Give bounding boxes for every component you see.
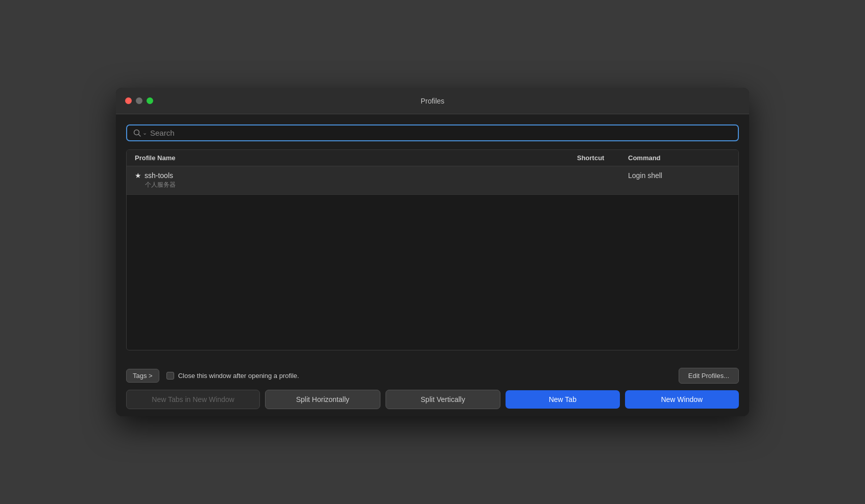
tags-button[interactable]: Tags > — [126, 369, 159, 383]
split-horizontally-button[interactable]: Split Horizontally — [265, 390, 380, 409]
table-body: ★ ssh-tools 个人服务器 Login shell — [127, 166, 738, 350]
profiles-table: Profile Name Shortcut Command ★ ssh-tool… — [126, 149, 739, 350]
titlebar: Profiles — [116, 88, 749, 114]
svg-line-1 — [139, 134, 141, 136]
header-profile-name: Profile Name — [135, 154, 577, 162]
table-row[interactable]: ★ ssh-tools 个人服务器 Login shell — [127, 166, 738, 195]
footer: Tags > Close this window after opening a… — [116, 361, 749, 416]
profiles-window: Profiles ⌄ Profile Name Shortcut C — [116, 88, 749, 416]
new-tab-button[interactable]: New Tab — [506, 390, 619, 409]
new-tabs-new-window-button: New Tabs in New Window — [126, 390, 260, 409]
close-checkbox-text: Close this window after opening a profil… — [178, 372, 299, 380]
table-header: Profile Name Shortcut Command — [127, 150, 738, 166]
traffic-lights — [125, 97, 153, 104]
header-shortcut: Shortcut — [577, 154, 628, 162]
search-icon: ⌄ — [133, 129, 147, 137]
footer-bottom: New Tabs in New Window Split Horizontall… — [126, 390, 739, 409]
search-container: ⌄ — [126, 124, 739, 141]
search-input[interactable] — [150, 129, 732, 137]
split-vertically-button[interactable]: Split Vertically — [386, 390, 500, 409]
search-input-wrapper: ⌄ — [126, 124, 739, 141]
maximize-button[interactable] — [147, 97, 153, 104]
profile-name-cell: ★ ssh-tools 个人服务器 — [135, 171, 577, 189]
empty-table-area — [127, 195, 738, 348]
command-cell: Login shell — [628, 171, 730, 189]
footer-left: Tags > Close this window after opening a… — [126, 369, 299, 383]
shortcut-cell — [577, 171, 628, 189]
profile-subtitle: 个人服务器 — [135, 181, 577, 189]
window-title: Profiles — [421, 97, 445, 105]
star-icon: ★ — [135, 171, 141, 180]
footer-top: Tags > Close this window after opening a… — [126, 368, 739, 384]
profile-name: ssh-tools — [145, 171, 173, 180]
close-checkbox[interactable] — [166, 372, 174, 380]
close-checkbox-label: Close this window after opening a profil… — [166, 372, 299, 380]
profile-name-main: ★ ssh-tools — [135, 171, 577, 180]
edit-profiles-button[interactable]: Edit Profiles... — [679, 368, 739, 384]
header-command: Command — [628, 154, 730, 162]
main-content: ⌄ Profile Name Shortcut Command ★ ssh-to… — [116, 114, 749, 361]
minimize-button[interactable] — [136, 97, 142, 104]
close-button[interactable] — [125, 97, 132, 104]
new-window-button[interactable]: New Window — [625, 390, 739, 409]
